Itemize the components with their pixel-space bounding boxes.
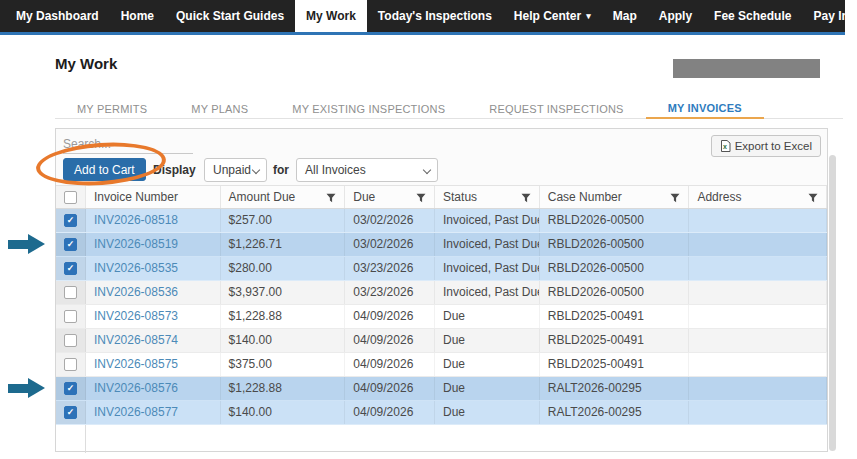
row-checkbox[interactable]: ✓ bbox=[64, 334, 77, 347]
status-cell: Invoiced, Past Due bbox=[435, 257, 540, 280]
nav-item-label: Quick Start Guides bbox=[176, 9, 284, 23]
invoice-link[interactable]: INV2026-08518 bbox=[94, 213, 178, 227]
nav-item-map[interactable]: Map bbox=[602, 0, 648, 32]
nav-item-pay-invoice[interactable]: Pay Invoice bbox=[802, 0, 857, 32]
case-number-cell: RBLD2025-00491 bbox=[540, 305, 690, 328]
invoice-link[interactable]: INV2026-08519 bbox=[94, 237, 178, 251]
invoice-number-cell: INV2026-08574 bbox=[86, 329, 221, 352]
nav-item-fee-schedule[interactable]: Fee Schedule bbox=[703, 0, 802, 32]
nav-item-my-work[interactable]: My Work bbox=[295, 0, 367, 32]
grid-footer-space bbox=[56, 425, 827, 453]
address-cell bbox=[689, 305, 827, 328]
invoice-link[interactable]: INV2026-08573 bbox=[94, 309, 178, 323]
table-row[interactable]: ✓ INV2026-08535 $280.00 03/23/2026 Invoi… bbox=[56, 257, 827, 281]
table-row[interactable]: ✓ INV2026-08575 $375.00 04/09/2026 Due R… bbox=[56, 353, 827, 377]
invoice-link[interactable]: INV2026-08536 bbox=[94, 285, 178, 299]
invoice-number-cell: INV2026-08575 bbox=[86, 353, 221, 376]
case-number-cell: RBLD2026-00500 bbox=[540, 233, 690, 256]
column-header-label: Amount Due bbox=[229, 190, 296, 204]
due-date-cell: 04/09/2026 bbox=[345, 401, 435, 424]
nav-item-today-s-inspections[interactable]: Today's Inspections bbox=[367, 0, 503, 32]
row-checkbox[interactable]: ✓ bbox=[64, 406, 77, 419]
invoice-link[interactable]: INV2026-08574 bbox=[94, 333, 178, 347]
table-row[interactable]: ✓ INV2026-08518 $257.00 03/02/2026 Invoi… bbox=[56, 209, 827, 233]
display-select[interactable]: Unpaid bbox=[204, 158, 267, 182]
amount-due-cell: $257.00 bbox=[221, 209, 346, 232]
row-checkbox-cell: ✓ bbox=[56, 401, 86, 424]
address-cell bbox=[689, 257, 827, 280]
filter-icon[interactable] bbox=[416, 193, 426, 203]
filter-icon[interactable] bbox=[670, 193, 680, 203]
nav-item-apply[interactable]: Apply bbox=[648, 0, 703, 32]
row-checkbox-cell: ✓ bbox=[56, 329, 86, 352]
column-header-address[interactable]: Address bbox=[689, 186, 827, 208]
filter-icon[interactable] bbox=[521, 193, 531, 203]
filter-icon[interactable] bbox=[808, 193, 818, 203]
nav-item-label: Fee Schedule bbox=[714, 9, 791, 23]
nav-item-label: Help Center bbox=[514, 9, 581, 23]
status-cell: Due bbox=[435, 305, 540, 328]
column-header-invoice-number[interactable]: Invoice Number bbox=[86, 186, 221, 208]
table-body: ✓ INV2026-08518 $257.00 03/02/2026 Invoi… bbox=[56, 209, 827, 425]
nav-item-quick-start-guides[interactable]: Quick Start Guides bbox=[165, 0, 295, 32]
table-row[interactable]: ✓ INV2026-08577 $140.00 04/09/2026 Due R… bbox=[56, 401, 827, 425]
column-header-case-number[interactable]: Case Number bbox=[540, 186, 690, 208]
nav-item-home[interactable]: Home bbox=[110, 0, 165, 32]
column-header-due[interactable]: Due bbox=[345, 186, 435, 208]
nav-item-my-dashboard[interactable]: My Dashboard bbox=[5, 0, 110, 32]
status-cell: Due bbox=[435, 329, 540, 352]
due-date-cell: 03/23/2026 bbox=[345, 257, 435, 280]
amount-due-cell: $280.00 bbox=[221, 257, 346, 280]
tab-my-permits[interactable]: MY PERMITS bbox=[55, 98, 169, 119]
table-row[interactable]: ✓ INV2026-08574 $140.00 04/09/2026 Due R… bbox=[56, 329, 827, 353]
column-header-amount-due[interactable]: Amount Due bbox=[221, 186, 346, 208]
due-date-cell: 04/09/2026 bbox=[345, 353, 435, 376]
row-checkbox[interactable]: ✓ bbox=[64, 286, 77, 299]
case-number-cell: RALT2026-00295 bbox=[540, 377, 690, 400]
table-row[interactable]: ✓ INV2026-08536 $3,937.00 03/23/2026 Inv… bbox=[56, 281, 827, 305]
vertical-scrollbar[interactable] bbox=[829, 155, 836, 451]
invoice-link[interactable]: INV2026-08577 bbox=[94, 405, 178, 419]
amount-due-cell: $1,228.88 bbox=[221, 377, 346, 400]
search-input[interactable] bbox=[63, 134, 193, 154]
invoice-number-cell: INV2026-08577 bbox=[86, 401, 221, 424]
checkbox-column-divider bbox=[56, 425, 86, 453]
row-checkbox[interactable]: ✓ bbox=[64, 382, 77, 395]
column-header-status[interactable]: Status bbox=[435, 186, 540, 208]
tab-my-plans[interactable]: MY PLANS bbox=[169, 98, 270, 119]
invoice-link[interactable]: INV2026-08576 bbox=[94, 381, 178, 395]
row-checkbox[interactable]: ✓ bbox=[64, 214, 77, 227]
due-date-cell: 04/09/2026 bbox=[345, 329, 435, 352]
tab-my-invoices[interactable]: MY INVOICES bbox=[646, 98, 764, 119]
display-label: Display bbox=[153, 163, 196, 177]
check-icon: ✓ bbox=[67, 384, 75, 393]
table-row[interactable]: ✓ INV2026-08519 $1,226.71 03/02/2026 Inv… bbox=[56, 233, 827, 257]
check-icon: ✓ bbox=[67, 408, 75, 417]
invoice-number-cell: INV2026-08518 bbox=[86, 209, 221, 232]
table-row[interactable]: ✓ INV2026-08573 $1,228.88 04/09/2026 Due… bbox=[56, 305, 827, 329]
table-row[interactable]: ✓ INV2026-08576 $1,228.88 04/09/2026 Due… bbox=[56, 377, 827, 401]
nav-item-label: Home bbox=[121, 9, 154, 23]
row-checkbox[interactable]: ✓ bbox=[64, 358, 77, 371]
case-number-cell: RBLD2025-00491 bbox=[540, 353, 690, 376]
nav-item-help-center[interactable]: Help Center ▾ bbox=[503, 0, 602, 32]
select-all-checkbox[interactable] bbox=[64, 191, 77, 204]
filter-icon[interactable] bbox=[326, 193, 336, 203]
redacted-user-info bbox=[673, 59, 820, 78]
amount-due-cell: $140.00 bbox=[221, 401, 346, 424]
for-label: for bbox=[273, 163, 289, 177]
row-checkbox[interactable]: ✓ bbox=[64, 238, 77, 251]
invoice-scope-select[interactable]: All Invoices bbox=[296, 158, 438, 182]
export-to-excel-button[interactable]: x Export to Excel bbox=[711, 135, 821, 157]
tab-bar: MY PERMITS MY PLANS MY EXISTING INSPECTI… bbox=[55, 98, 843, 119]
nav-item-label: My Dashboard bbox=[16, 9, 99, 23]
tab-my-existing-inspections[interactable]: MY EXISTING INSPECTIONS bbox=[270, 98, 467, 119]
tab-request-inspections[interactable]: REQUEST INSPECTIONS bbox=[467, 98, 645, 119]
amount-due-cell: $1,226.71 bbox=[221, 233, 346, 256]
arrow-shaft bbox=[8, 384, 28, 393]
invoice-link[interactable]: INV2026-08575 bbox=[94, 357, 178, 371]
row-checkbox[interactable]: ✓ bbox=[64, 262, 77, 275]
invoice-link[interactable]: INV2026-08535 bbox=[94, 261, 178, 275]
add-to-cart-button[interactable]: Add to Cart bbox=[63, 158, 146, 181]
row-checkbox[interactable]: ✓ bbox=[64, 310, 77, 323]
